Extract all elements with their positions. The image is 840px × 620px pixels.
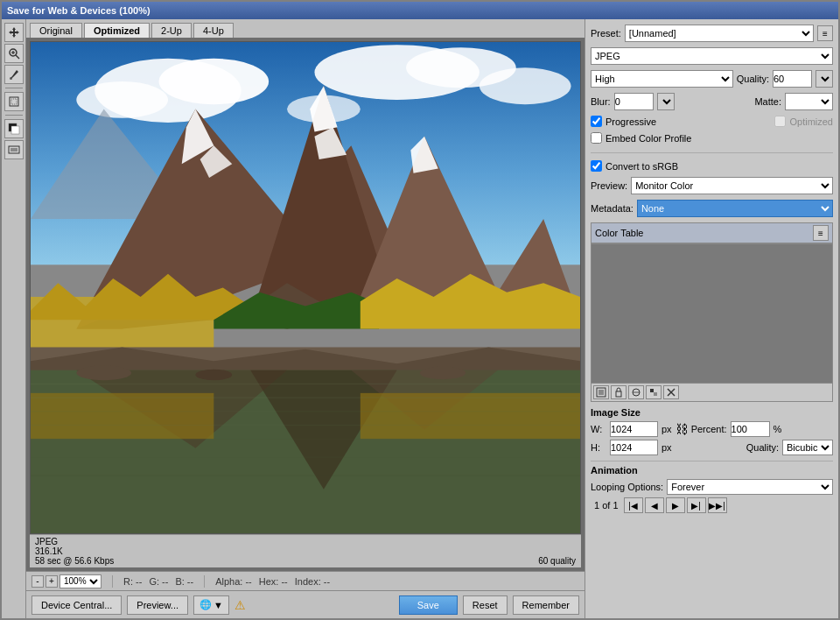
width-unit: px: [662, 424, 672, 434]
index-status: Index: --: [295, 576, 330, 587]
blur-input[interactable]: [614, 93, 654, 110]
tab-4up[interactable]: 4-Up: [193, 23, 234, 38]
preview-button[interactable]: Preview...: [127, 595, 188, 615]
reset-button[interactable]: Reset: [463, 595, 508, 615]
progressive-checkbox[interactable]: [591, 116, 602, 127]
height-input[interactable]: [610, 440, 658, 455]
buttons-row: Device Central... Preview... 🌐 ▼ ⚠ Save …: [26, 590, 584, 618]
ct-unshift-button[interactable]: [646, 385, 662, 399]
width-row: W: px: [591, 421, 672, 437]
svg-rect-40: [360, 393, 580, 439]
quality-label: 60 quality: [538, 556, 576, 566]
device-central-button[interactable]: Device Central...: [32, 595, 122, 615]
image-info-right: 60 quality: [538, 556, 576, 566]
color-table-section: Color Table ≡: [591, 222, 833, 402]
color-table-header: Color Table ≡: [591, 222, 833, 243]
anim-first-button[interactable]: |◀: [624, 497, 643, 513]
embed-color-checkbox[interactable]: [591, 132, 602, 144]
svg-point-49: [195, 370, 232, 381]
status-bar: - + 100% 50% 200% R: -- G: -- B: -- Alph…: [26, 571, 584, 590]
color-table-toolbar: [591, 384, 833, 402]
matte-select[interactable]: [785, 93, 833, 110]
slice-select-tool[interactable]: [4, 92, 24, 111]
anim-prev-button[interactable]: ◀: [645, 497, 664, 513]
preview-select[interactable]: Monitor Color: [631, 177, 833, 194]
svg-rect-5: [10, 97, 18, 106]
matte-label: Matte:: [754, 96, 781, 107]
width-height-row: W: px ⛓ Percent: %: [591, 421, 833, 437]
anim-controls: 1 of 1 |◀ ◀ ▶ ▶| ▶▶|: [591, 497, 833, 513]
zoom-plus-button[interactable]: +: [46, 575, 58, 588]
color-table-label: Color Table: [595, 228, 643, 238]
metadata-row: Metadata: None Copyright Copyright and C…: [591, 200, 833, 217]
tab-original[interactable]: Original: [30, 23, 82, 38]
embed-color-label[interactable]: Embed Color Profile: [606, 133, 691, 144]
convert-srgb-label[interactable]: Convert to sRGB: [606, 161, 678, 172]
foreground-color[interactable]: [4, 119, 24, 138]
zoom-controls: - + 100% 50% 200%: [32, 574, 102, 588]
quality-bicubic-select[interactable]: Bicubic: [782, 440, 833, 455]
chain-icon[interactable]: ⛓: [676, 422, 688, 436]
optimized-checkbox[interactable]: [774, 116, 786, 127]
anim-play-button[interactable]: ▶: [666, 497, 685, 513]
blur-arrow[interactable]: ▼: [657, 93, 675, 110]
preset-label: Preset:: [591, 28, 621, 39]
image-info-left: JPEG 316.1K 58 sec @ 56.6 Kbps: [35, 537, 114, 566]
image-container: [30, 41, 581, 534]
svg-rect-52: [598, 390, 604, 395]
height-row: H: px: [591, 440, 672, 455]
svg-rect-8: [11, 126, 19, 134]
animation-section: Animation Looping Options: Forever Once …: [591, 461, 833, 513]
alpha-status: Alpha: --: [215, 576, 252, 587]
looping-select[interactable]: Forever Once Other...: [667, 479, 833, 495]
window-title: Save for Web & Devices (100%): [7, 5, 150, 16]
move-tool[interactable]: [4, 23, 24, 42]
anim-last-button[interactable]: ▶▶|: [708, 497, 727, 513]
quality-label: Quality:: [737, 74, 769, 84]
eyedropper-tool[interactable]: [4, 65, 24, 84]
ct-lock-button[interactable]: [611, 385, 626, 399]
svg-rect-39: [31, 393, 214, 439]
optimized-checkbox-row: Optimized: [774, 116, 833, 127]
quality-bicubic-label: Quality:: [746, 442, 779, 453]
zoom-select[interactable]: 100% 50% 200%: [60, 574, 102, 588]
percent-input[interactable]: [731, 421, 770, 437]
globe-icon: 🌐: [200, 599, 212, 610]
metadata-select[interactable]: None Copyright Copyright and Contact Inf…: [637, 200, 833, 217]
svg-rect-6: [11, 99, 17, 104]
ct-web-button[interactable]: [628, 385, 644, 399]
format-select[interactable]: JPEG: [591, 47, 833, 65]
right-panel: Preset: [Unnamed] ≡ JPEG High Low Medium…: [584, 19, 838, 618]
color-table-menu-button[interactable]: ≡: [813, 225, 829, 241]
width-input[interactable]: [610, 421, 658, 437]
quality-preset-row: High Low Medium High Very High Maximum Q…: [591, 70, 833, 88]
blur-matte-row: Blur: ▼ Matte:: [591, 93, 833, 110]
ct-delete-button[interactable]: [663, 385, 679, 399]
left-panel: Original Optimized 2-Up 4-Up: [26, 19, 584, 618]
tab-2up[interactable]: 2-Up: [151, 23, 192, 38]
anim-next-button[interactable]: ▶|: [687, 497, 706, 513]
progressive-label[interactable]: Progressive: [606, 116, 656, 127]
convert-srgb-checkbox[interactable]: [591, 160, 602, 172]
preset-select[interactable]: [Unnamed]: [625, 25, 814, 42]
looping-row: Looping Options: Forever Once Other...: [591, 479, 833, 495]
svg-point-17: [480, 67, 571, 104]
save-button[interactable]: Save: [399, 595, 458, 615]
r-status: R: --: [123, 576, 142, 587]
ct-map-button[interactable]: [593, 385, 609, 399]
image-info-bar: JPEG 316.1K 58 sec @ 56.6 Kbps 60 qualit…: [30, 534, 581, 567]
quality-input[interactable]: [773, 70, 812, 88]
globe-dropdown-button[interactable]: 🌐 ▼: [193, 595, 229, 615]
zoom-minus-button[interactable]: -: [32, 575, 44, 588]
view-tool[interactable]: [4, 140, 24, 159]
zoom-tool[interactable]: [4, 44, 24, 63]
remember-button[interactable]: Remember: [513, 595, 579, 615]
b-status: B: --: [175, 576, 193, 587]
quality-preset-select[interactable]: High Low Medium High Very High Maximum: [591, 70, 733, 88]
preset-menu-button[interactable]: ≡: [817, 25, 833, 41]
metadata-label: Metadata:: [591, 203, 634, 214]
percent-label: Percent:: [691, 424, 727, 434]
quality-arrow-select[interactable]: ▼: [816, 70, 833, 88]
svg-point-48: [76, 365, 131, 380]
tab-optimized[interactable]: Optimized: [84, 23, 150, 38]
